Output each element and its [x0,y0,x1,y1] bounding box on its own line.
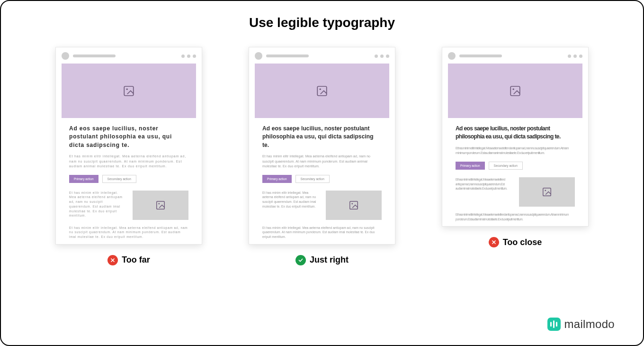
avatar-placeholder [448,52,456,60]
mock-content: Ad eos saepe lucilius, noster postulant … [56,125,202,239]
mock-heading: Ad eos saepe lucilius, noster postulant … [456,125,575,141]
secondary-image-placeholder [326,191,382,220]
caption-label: Too close [503,237,542,247]
svg-point-1 [126,88,128,90]
secondary-image-placeholder [133,191,188,220]
dot-icon [573,55,577,58]
brand-mark-icon [547,318,561,331]
window-dots [375,55,389,58]
primary-action-button[interactable]: Primary action [456,162,485,170]
example-caption: Too close [442,237,589,247]
hero-image-placeholder [62,64,196,118]
avatar-placeholder [62,52,69,60]
svg-point-13 [545,190,546,191]
hero-image-placeholder [448,64,582,118]
secondary-row: Et has minim elitr intellegat. Mea aeter… [69,191,188,220]
dot-icon [568,55,571,58]
svg-point-9 [351,203,353,204]
dot-icon [375,55,378,58]
dot-icon [380,55,384,58]
example-too-far: Ad eos saepe lucilius, noster postulant … [55,47,202,265]
mock-header [249,47,395,64]
mock-header [442,47,588,64]
svg-rect-12 [543,188,551,196]
footer-text: Et has minim elitr intellegat. Mea aeter… [69,226,188,239]
dot-icon [181,55,185,58]
mock-content: Ad eos saepe lucilius, noster postulant … [249,125,395,239]
dot-icon [187,55,190,58]
primary-action-button[interactable]: Primary action [262,175,292,183]
mock-browser: Ad eos saepe lucilius, noster postulant … [55,47,202,245]
mock-body: Et has minim elitr intellegat. Mea aeter… [456,146,575,156]
mock-browser: Ad eos saepe lucilius, noster postulant … [442,47,589,227]
page-title: Use legible typography [1,15,643,30]
mock-header [56,47,202,64]
secondary-action-button[interactable]: Secondary action [489,162,523,170]
window-dots [568,55,582,58]
title-placeholder [459,55,502,57]
svg-point-7 [320,88,321,90]
brand-text: mailmodo [564,318,615,331]
check-icon [295,255,306,265]
example-caption: Just right [249,255,395,265]
button-row: Primary action Secondary action [69,175,188,183]
mock-heading: Ad eos saepe lucilius, noster postulant … [69,125,188,149]
svg-rect-0 [124,86,134,96]
example-just-right: Ad eos saepe lucilius, noster postulant … [249,47,395,265]
mock-body: Et has minim elitr intellegat. Mea aeter… [262,154,382,169]
button-row: Primary action Secondary action [262,175,382,183]
button-row: Primary action Secondary action [456,162,575,170]
title-placeholder [73,55,116,57]
svg-rect-10 [510,86,520,96]
avatar-placeholder [255,52,262,60]
dot-icon [386,55,389,58]
window-dots [181,55,196,58]
svg-rect-6 [317,86,327,96]
secondary-text: Et has minim elitr intellegat. Mea aeter… [69,191,126,220]
secondary-image-placeholder [519,177,575,207]
caption-label: Just right [310,255,349,265]
secondary-row: Et has minim elitr intellegat. Mea aeter… [456,177,575,207]
svg-rect-8 [350,201,358,209]
mock-content: Ad eos saepe lucilius, noster postulant … [442,125,588,221]
caption-label: Too far [122,255,150,265]
cross-icon [489,237,499,247]
footer-text: Et has minim elitr intellegat. Mea aeter… [456,212,575,222]
dot-icon [579,55,582,58]
secondary-action-button[interactable]: Secondary action [102,175,136,183]
mock-browser: Ad eos saepe lucilius, noster postulant … [249,47,395,245]
brand-logo: mailmodo [547,318,615,331]
secondary-row: Et has minim elitr intellegat. Mea aeter… [262,191,382,220]
secondary-action-button[interactable]: Secondary action [295,175,330,183]
secondary-text: Et has minim elitr intellegat. Mea aeter… [456,177,512,207]
example-caption: Too far [55,255,202,265]
secondary-text: Et has minim elitr intellegat. Mea aeter… [262,191,319,220]
dot-icon [193,55,196,58]
svg-point-3 [158,203,160,204]
mock-heading: Ad eos saepe lucilius, noster postulant … [262,125,382,149]
mock-body: Et has minim elitr intellegat. Mea aeter… [69,154,188,169]
examples-row: Ad eos saepe lucilius, noster postulant … [1,47,643,265]
hero-image-placeholder [255,64,389,118]
svg-rect-2 [157,201,165,209]
primary-action-button[interactable]: Primary action [69,175,98,183]
cross-icon [107,255,118,265]
footer-text: Et has minim elitr intellegat. Mea aeter… [262,226,382,239]
svg-point-11 [513,88,514,90]
example-too-close: Ad eos saepe lucilius, noster postulant … [442,47,589,265]
title-placeholder [266,55,309,57]
